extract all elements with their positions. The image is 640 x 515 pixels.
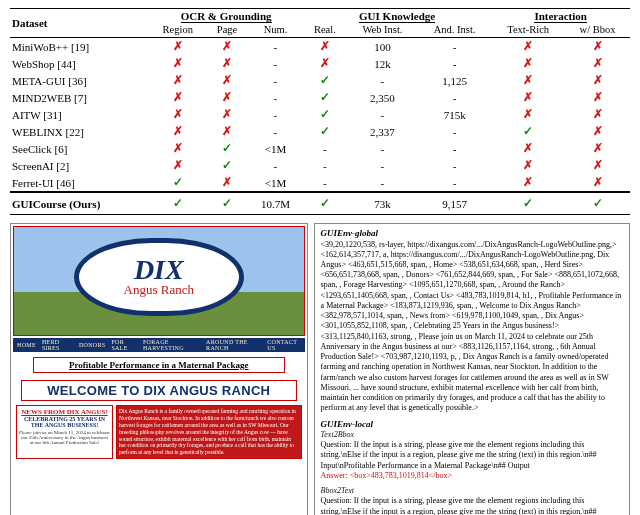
nav-item: HOME bbox=[17, 342, 36, 348]
cell-region: ✗ bbox=[149, 123, 206, 140]
cell-real: ✗ bbox=[303, 55, 347, 72]
cell-and: 1,125 bbox=[418, 72, 491, 89]
guienv-local-label: GUIEnv-local bbox=[321, 419, 623, 431]
sub-bbox: w/ Bbox bbox=[565, 23, 630, 38]
bbox2text-question: Question: If the input is a string, plea… bbox=[321, 496, 623, 515]
cell-and: - bbox=[418, 89, 491, 106]
cell-num: - bbox=[248, 72, 303, 89]
logo-sub: Angus Ranch bbox=[124, 282, 194, 298]
dataset-name-ours: GUICourse (Ours) bbox=[10, 192, 149, 215]
group-ocr: OCR & Grounding bbox=[149, 9, 302, 24]
guienv-global-label: GUIEnv-global bbox=[321, 228, 623, 240]
cell-page: ✓ bbox=[206, 157, 248, 174]
logo-main: DIX bbox=[124, 256, 194, 284]
guienv-global-body: <39,20,1220,538, rs-layer, https://dixan… bbox=[321, 240, 623, 414]
cell-txt: ✓ bbox=[491, 123, 565, 140]
dataset-name: WebShop [44] bbox=[10, 55, 149, 72]
cell-and: - bbox=[418, 140, 491, 157]
cell-num: - bbox=[248, 106, 303, 123]
cell-bbox: ✗ bbox=[565, 157, 630, 174]
cell-web: - bbox=[347, 174, 418, 192]
news-body: CELEBRATING 25 YEARS IN THE ANGUS BUSINE… bbox=[19, 416, 110, 428]
cell-real: ✓ bbox=[303, 123, 347, 140]
dataset-name: Ferret-UI [46] bbox=[10, 174, 149, 192]
dataset-name: AITW [31] bbox=[10, 106, 149, 123]
cell-bbox: ✗ bbox=[565, 106, 630, 123]
nav-item: DONORS bbox=[79, 342, 105, 348]
cell-num: - bbox=[248, 123, 303, 140]
cell-page: ✗ bbox=[206, 123, 248, 140]
logo-oval: DIX Angus Ranch bbox=[74, 238, 244, 316]
cell-web: 2,337 bbox=[347, 123, 418, 140]
cell-bbox: ✗ bbox=[565, 38, 630, 56]
table-row: SeeClick [6]✗✓<1M---✗✗ bbox=[10, 140, 630, 157]
red-banner: Profitable Performance in a Maternal Pac… bbox=[33, 357, 285, 373]
dataset-name: MIND2WEB [7] bbox=[10, 89, 149, 106]
cell-bbox: ✗ bbox=[565, 123, 630, 140]
cell-bbox: ✗ bbox=[565, 174, 630, 192]
dataset-name: META-GUI [36] bbox=[10, 72, 149, 89]
nav-item: FORAGE HARVESTING bbox=[143, 339, 200, 351]
cell-web: - bbox=[347, 106, 418, 123]
cell-txt: ✗ bbox=[491, 72, 565, 89]
cell-page: ✗ bbox=[206, 174, 248, 192]
hero-area: DIX Angus Ranch bbox=[13, 226, 305, 336]
nav-item: HERD SIRES bbox=[42, 339, 73, 351]
cell-region: ✗ bbox=[149, 38, 206, 56]
table-row: META-GUI [36]✗✗-✓-1,125✗✗ bbox=[10, 72, 630, 89]
cell-web: 100 bbox=[347, 38, 418, 56]
dataset-name: WEBLINX [22] bbox=[10, 123, 149, 140]
comparison-table: Dataset OCR & Grounding GUI Knowledge In… bbox=[10, 8, 630, 215]
cell-txt: ✗ bbox=[491, 174, 565, 192]
table-row: AITW [31]✗✗-✓-715k✗✗ bbox=[10, 106, 630, 123]
dataset-name: ScreenAI [2] bbox=[10, 157, 149, 174]
text2bbox-label: Text2Bbox bbox=[321, 430, 623, 440]
cell-real: ✓ bbox=[303, 89, 347, 106]
cell-page: ✗ bbox=[206, 38, 248, 56]
col-dataset: Dataset bbox=[10, 9, 149, 38]
cell-real: ✓ bbox=[303, 72, 347, 89]
cell-and: - bbox=[418, 174, 491, 192]
cell-txt: ✗ bbox=[491, 106, 565, 123]
group-int: Interaction bbox=[491, 9, 630, 24]
table-row: WEBLINX [22]✗✗-✓2,337-✓✗ bbox=[10, 123, 630, 140]
cell-web: - bbox=[347, 140, 418, 157]
cell-web: - bbox=[347, 157, 418, 174]
figure-row: DIX Angus Ranch HOMEHERD SIRESDONORSFOR … bbox=[10, 223, 630, 515]
welcome-banner: WELCOME TO DIX ANGUS RANCH bbox=[21, 380, 297, 401]
cell-num: <1M bbox=[248, 140, 303, 157]
cell-txt: ✗ bbox=[491, 89, 565, 106]
table-row: Ferret-UI [46]✓✗<1M---✗✗ bbox=[10, 174, 630, 192]
sub-web: Web Inst. bbox=[347, 23, 418, 38]
dataset-name: SeeClick [6] bbox=[10, 140, 149, 157]
cell-region: ✗ bbox=[149, 157, 206, 174]
news-head: NEWS FROM DIX ANGUS! bbox=[19, 408, 110, 416]
cell-region: ✗ bbox=[149, 140, 206, 157]
cell-page: ✓ bbox=[206, 140, 248, 157]
cell-num: <1M bbox=[248, 174, 303, 192]
cell-region: ✗ bbox=[149, 72, 206, 89]
annotation-panel: GUIEnv-global <39,20,1220,538, rs-layer,… bbox=[314, 223, 630, 515]
nav-item: AROUND THE RANCH bbox=[206, 339, 261, 351]
cell-page: ✗ bbox=[206, 89, 248, 106]
bottom-panels: NEWS FROM DIX ANGUS! CELEBRATING 25 YEAR… bbox=[13, 405, 305, 461]
cell-bbox: ✗ bbox=[565, 72, 630, 89]
cell-num: - bbox=[248, 157, 303, 174]
cell-region: ✓ bbox=[149, 174, 206, 192]
cell-num: - bbox=[248, 55, 303, 72]
sub-page: Page bbox=[206, 23, 248, 38]
navbar: HOMEHERD SIRESDONORSFOR SALEFORAGE HARVE… bbox=[13, 338, 305, 352]
dataset-name: MiniWoB++ [19] bbox=[10, 38, 149, 56]
nav-item: CONTACT US bbox=[267, 339, 300, 351]
cell-page: ✗ bbox=[206, 72, 248, 89]
cell-web: 2,350 bbox=[347, 89, 418, 106]
sub-region: Region bbox=[149, 23, 206, 38]
cell-real: - bbox=[303, 174, 347, 192]
cell-page: ✗ bbox=[206, 55, 248, 72]
webpage-mock: DIX Angus Ranch HOMEHERD SIRESDONORSFOR … bbox=[10, 223, 308, 515]
text2bbox-question: Question: If the input is a string, plea… bbox=[321, 440, 623, 471]
cell-and: - bbox=[418, 123, 491, 140]
cell-region: ✗ bbox=[149, 55, 206, 72]
cell-and: - bbox=[418, 38, 491, 56]
cell-and: 715k bbox=[418, 106, 491, 123]
